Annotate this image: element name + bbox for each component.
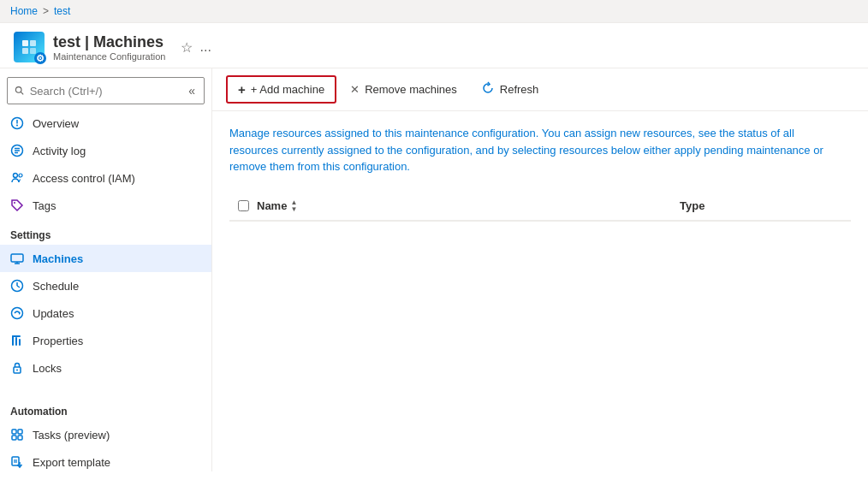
export-icon (10, 455, 24, 469)
collapse-sidebar-button[interactable]: « (187, 82, 197, 99)
activity-log-icon (10, 144, 24, 157)
svg-rect-26 (19, 339, 21, 346)
svg-point-15 (14, 202, 15, 204)
access-control-icon (10, 171, 24, 185)
sidebar-item-access-control-label: Access control (IAM) (33, 172, 135, 185)
svg-point-22 (12, 308, 23, 319)
header-text-group: test | Machines Maintenance Configuratio… (53, 33, 165, 62)
sidebar-item-tags[interactable]: Tags (0, 192, 211, 219)
sort-desc-icon: ▼ (290, 206, 297, 213)
automation-section-label: Automation (0, 395, 211, 421)
svg-rect-27 (12, 335, 21, 337)
breadcrumb-current[interactable]: test (54, 5, 70, 17)
sidebar: « Overview Activity l (0, 68, 212, 471)
sidebar-item-locks[interactable]: Locks (0, 354, 211, 382)
sidebar-item-export-template-label: Export template (33, 456, 110, 469)
sidebar-item-overview-label: Overview (33, 117, 79, 130)
updates-icon (10, 306, 24, 320)
col-type-header: Type (680, 199, 851, 212)
sidebar-item-properties[interactable]: Properties (0, 327, 211, 354)
overview-icon (10, 116, 24, 130)
svg-rect-2 (22, 48, 28, 54)
svg-line-21 (17, 286, 20, 287)
tags-icon (10, 199, 24, 212)
svg-point-29 (16, 370, 18, 371)
sidebar-item-activity-log-label: Activity log (33, 145, 86, 157)
add-icon: + (238, 82, 246, 97)
sort-icons[interactable]: ▲ ▼ (290, 199, 297, 213)
sidebar-item-tasks-label: Tasks (preview) (33, 429, 110, 441)
properties-icon (10, 334, 24, 347)
search-input[interactable] (30, 85, 182, 98)
page-title: test | Machines (53, 33, 165, 51)
table-header: Name ▲ ▼ Type (229, 193, 851, 222)
svg-rect-0 (22, 40, 28, 46)
svg-rect-16 (11, 254, 23, 262)
sidebar-item-schedule-label: Schedule (33, 280, 79, 293)
svg-rect-1 (30, 40, 36, 46)
machines-icon (10, 252, 24, 265)
search-icon (15, 85, 25, 97)
breadcrumb: Home > test (0, 0, 868, 23)
resource-svg-icon (21, 39, 38, 56)
content-area: Manage resources assigned to this mainte… (212, 111, 868, 471)
col-name-header: Name ▲ ▼ (257, 199, 680, 213)
svg-rect-31 (18, 430, 22, 434)
col-type-label: Type (680, 199, 705, 212)
sidebar-item-access-control[interactable]: Access control (IAM) (0, 164, 211, 192)
sidebar-item-updates-label: Updates (33, 307, 74, 320)
search-box[interactable]: « (7, 77, 205, 104)
main-content: + + Add machine ✕ Remove machines Refres… (212, 68, 868, 471)
svg-line-5 (21, 92, 23, 94)
refresh-icon (481, 81, 495, 98)
locks-icon (10, 361, 24, 375)
resource-icon (14, 32, 45, 62)
page-header: test | Machines Maintenance Configuratio… (0, 23, 868, 68)
add-machine-button[interactable]: + + Add machine (226, 75, 336, 104)
svg-rect-34 (12, 457, 19, 465)
schedule-icon (10, 279, 24, 293)
svg-rect-3 (30, 48, 36, 54)
remove-machines-label: Remove machines (365, 83, 457, 96)
breadcrumb-separator: > (43, 5, 49, 17)
settings-section-label: Settings (0, 219, 211, 245)
tasks-icon (10, 428, 24, 441)
header-actions: ☆ ... (181, 39, 211, 56)
add-machine-label: + Add machine (251, 83, 324, 96)
svg-point-4 (15, 87, 21, 93)
svg-point-13 (14, 174, 18, 178)
remove-machines-button[interactable]: ✕ Remove machines (340, 78, 467, 101)
select-all-checkbox-cell[interactable] (229, 200, 257, 211)
sidebar-item-properties-label: Properties (33, 335, 83, 347)
svg-point-14 (19, 174, 22, 177)
sidebar-item-schedule[interactable]: Schedule (0, 272, 211, 299)
main-layout: « Overview Activity l (0, 68, 868, 471)
toolbar: + + Add machine ✕ Remove machines Refres… (212, 68, 868, 111)
remove-icon: ✕ (350, 83, 360, 96)
svg-marker-23 (19, 311, 21, 315)
more-options-icon[interactable]: ... (199, 39, 211, 55)
svg-point-8 (16, 125, 18, 127)
sidebar-item-tags-label: Tags (33, 199, 56, 212)
sidebar-item-locks-label: Locks (33, 362, 62, 375)
refresh-button[interactable]: Refresh (471, 76, 550, 103)
page-subtitle: Maintenance Configuration (53, 51, 165, 62)
info-description: Manage resources assigned to this mainte… (229, 125, 846, 175)
sidebar-item-overview[interactable]: Overview (0, 110, 211, 137)
sidebar-item-machines[interactable]: Machines (0, 245, 211, 272)
favorite-icon[interactable]: ☆ (181, 39, 193, 56)
svg-rect-33 (18, 436, 22, 440)
svg-rect-30 (12, 430, 16, 434)
sidebar-item-updates[interactable]: Updates (0, 299, 211, 327)
sidebar-item-activity-log[interactable]: Activity log (0, 137, 211, 164)
sidebar-item-machines-label: Machines (33, 252, 83, 265)
sidebar-item-tasks[interactable]: Tasks (preview) (0, 421, 211, 448)
refresh-label: Refresh (500, 83, 539, 96)
svg-rect-32 (12, 436, 16, 440)
svg-rect-25 (15, 337, 17, 346)
select-all-checkbox[interactable] (238, 200, 249, 211)
col-name-label: Name (257, 199, 287, 212)
sidebar-item-export-template[interactable]: Export template (0, 448, 211, 471)
breadcrumb-home[interactable]: Home (10, 5, 38, 17)
